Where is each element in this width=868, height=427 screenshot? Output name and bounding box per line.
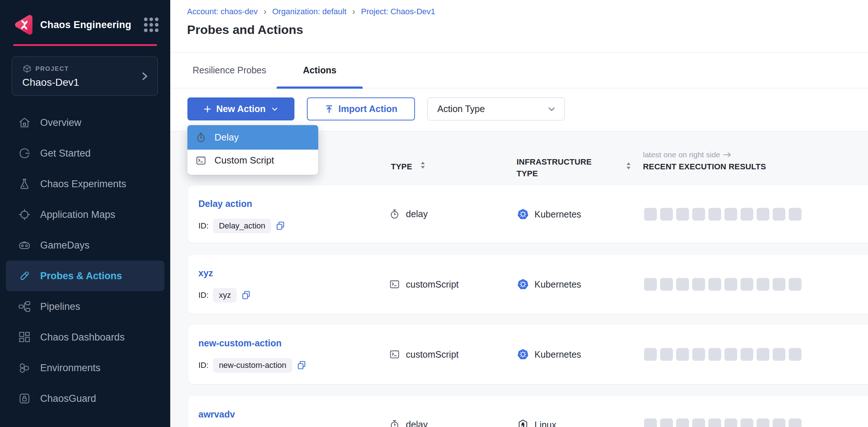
module-switcher-icon[interactable] (144, 18, 159, 32)
execution-result-placeholder (789, 348, 802, 361)
action-id-line: ID: Delay_action (198, 219, 286, 233)
chaos-engineering-logo-icon (13, 14, 34, 35)
type-cell: delay (389, 419, 428, 427)
execution-result-placeholder (676, 278, 689, 291)
copy-id-button[interactable] (275, 221, 286, 231)
stopwatch-icon (195, 132, 206, 143)
chevron-down-icon (547, 104, 556, 114)
execution-result-placeholder (789, 208, 802, 220)
terminal-icon (389, 349, 400, 360)
id-prefix: ID: (198, 291, 209, 300)
cube-icon (22, 64, 32, 74)
execution-result-placeholder (757, 348, 769, 361)
action-id: xyz (213, 288, 237, 303)
infrastructure-cell: Kubernetes (517, 208, 581, 220)
execution-result-placeholder (757, 418, 769, 427)
sidebar-item-chaos-experiments[interactable]: Chaos Experiments (6, 169, 164, 199)
sidebar-item-gamedays[interactable]: GameDays (6, 230, 164, 261)
sidebar-item-environments[interactable]: Environments (6, 353, 164, 383)
sidebar-nav: Overview Get Started Chaos Experiments A… (0, 107, 170, 414)
terminal-icon (389, 279, 400, 290)
tab-resilience-probes[interactable]: Resilience Probes (186, 52, 273, 88)
action-row[interactable]: awrvadv delay Linux (188, 396, 868, 427)
project-selector[interactable]: PROJECT Chaos-Dev1 (12, 57, 158, 96)
execution-result-placeholder (644, 208, 657, 220)
execution-result-placeholder (644, 348, 657, 361)
copy-icon (241, 290, 251, 300)
execution-result-placeholder (708, 208, 721, 220)
execution-result-placeholder (789, 278, 802, 291)
dashboard-icon (18, 331, 31, 343)
execution-result-placeholder (773, 208, 785, 220)
tab-bar: Resilience Probes Actions (170, 52, 868, 88)
pipeline-icon (18, 300, 31, 313)
breadcrumb-link[interactable]: Organization: default (272, 7, 346, 16)
column-header-type[interactable]: TYPE (391, 162, 412, 172)
execution-result-placeholder (692, 348, 705, 361)
action-name-link[interactable]: xyz (198, 268, 213, 278)
sidebar-item-pipelines[interactable]: Pipelines (6, 291, 164, 322)
copy-icon (275, 221, 286, 231)
kubernetes-icon (517, 208, 529, 220)
execution-result-placeholder (757, 278, 769, 291)
execution-result-placeholder (644, 278, 657, 291)
breadcrumb-link[interactable]: Account: chaos-dev (187, 7, 258, 16)
action-name-link[interactable]: new-custom-action (198, 338, 282, 349)
execution-result-placeholder (708, 278, 721, 291)
sidebar-item-probes-actions[interactable]: Probes & Actions (6, 261, 164, 291)
project-label: PROJECT (35, 65, 69, 73)
recent-execution-results (644, 208, 802, 220)
recent-execution-results (644, 348, 802, 361)
sidebar-item-chaos-dashboards[interactable]: Chaos Dashboards (6, 322, 164, 353)
menu-item-custom-script[interactable]: Custom Script (187, 150, 318, 171)
breadcrumb-separator: › (352, 7, 355, 17)
sort-icon[interactable] (626, 162, 631, 170)
execution-result-placeholder (676, 418, 689, 427)
breadcrumb-link[interactable]: Project: Chaos-Dev1 (361, 7, 435, 16)
action-row[interactable]: xyz ID: xyz customScript Kubernetes (188, 255, 868, 314)
execution-result-placeholder (741, 278, 753, 291)
recent-execution-results (644, 278, 802, 291)
column-header-infrastructure-type[interactable]: INFRASTRUCTURE TYPE (517, 156, 612, 180)
sidebar-item-application-maps[interactable]: Application Maps (6, 199, 164, 230)
copy-icon (297, 360, 307, 370)
sidebar-item-get-started[interactable]: Get Started (6, 138, 164, 169)
results-hint: latest one on right side (643, 150, 732, 159)
new-action-button[interactable]: New Action (187, 97, 294, 120)
shield-lock-icon (18, 392, 31, 405)
execution-result-placeholder (757, 208, 769, 220)
import-action-button[interactable]: Import Action (307, 97, 415, 120)
execution-result-placeholder (676, 208, 689, 220)
execution-result-placeholder (773, 418, 785, 427)
menu-item-delay[interactable]: Delay (187, 125, 318, 150)
home-icon (18, 116, 31, 129)
id-prefix: ID: (198, 361, 209, 370)
hexagons-icon (18, 362, 31, 374)
sidebar: Chaos Engineering PROJECT Chaos-Dev1 Ove… (0, 0, 170, 427)
main-content: Account: chaos-dev›Organization: default… (170, 0, 868, 427)
terminal-icon (195, 155, 206, 166)
infrastructure-cell: Linux (517, 419, 556, 427)
stopwatch-icon (389, 419, 400, 427)
execution-result-placeholder (789, 418, 802, 427)
execution-result-placeholder (660, 278, 673, 291)
sidebar-item-overview[interactable]: Overview (6, 107, 164, 138)
action-row[interactable]: Delay action ID: Delay_action delay Kube… (188, 185, 868, 243)
copy-id-button[interactable] (241, 290, 251, 300)
breadcrumb-separator: › (263, 7, 266, 17)
sidebar-item-chaosguard[interactable]: ChaosGuard (6, 383, 164, 414)
action-name-link[interactable]: awrvadv (198, 409, 235, 420)
action-name-link[interactable]: Delay action (198, 199, 252, 209)
id-prefix: ID: (198, 221, 209, 231)
action-row[interactable]: new-custom-action ID: new-custom-action … (188, 325, 868, 384)
tab-actions[interactable]: Actions (277, 52, 363, 88)
execution-result-placeholder (773, 278, 785, 291)
linux-icon (517, 419, 529, 427)
execution-result-placeholder (660, 418, 673, 427)
execution-result-placeholder (708, 348, 721, 361)
sort-icon[interactable] (420, 161, 426, 169)
copy-id-button[interactable] (297, 360, 307, 370)
action-type-filter[interactable]: Action Type (427, 97, 565, 120)
target-icon (18, 208, 31, 221)
kubernetes-icon (517, 279, 529, 290)
